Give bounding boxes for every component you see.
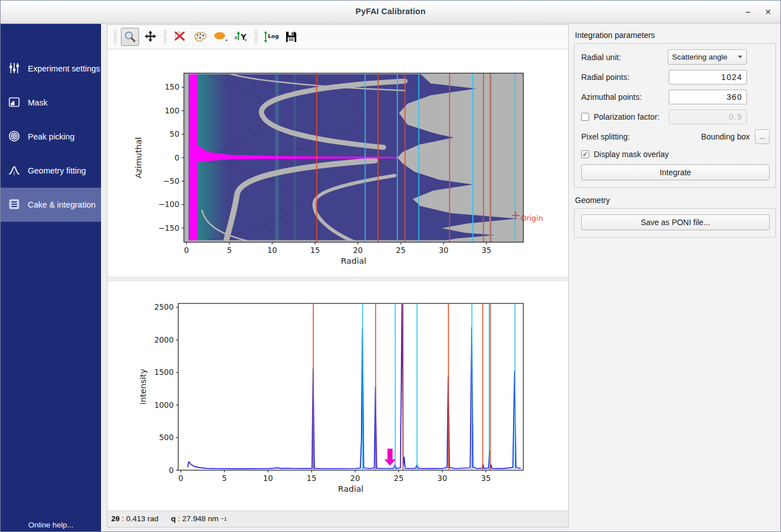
intensity-plot[interactable]: 0510152025303505001000150020002500Radial… bbox=[107, 281, 569, 508]
minimize-button[interactable]: – bbox=[741, 5, 755, 19]
floppy-save-icon bbox=[284, 30, 298, 44]
mask-overlay-checkbox[interactable]: ✓ bbox=[581, 150, 589, 158]
toolbar-drag-handle[interactable] bbox=[114, 29, 117, 44]
colormap-button[interactable] bbox=[191, 28, 209, 46]
online-help-link[interactable]: Online help... bbox=[1, 521, 101, 529]
pan-arrows-icon bbox=[144, 30, 157, 44]
mask-overlay-label: Display mask overlay bbox=[594, 150, 669, 159]
pan-mode-button[interactable] bbox=[141, 28, 159, 46]
y-axis-icon: a Y bbox=[233, 29, 250, 44]
target-icon bbox=[8, 130, 20, 144]
radial-unit-value: Scattering angle 2θ bbox=[668, 53, 728, 61]
mask-tool-button[interactable] bbox=[212, 28, 230, 46]
radial-points-label: Radial points: bbox=[581, 73, 669, 82]
geometry-title: Geometry bbox=[575, 196, 776, 205]
window-title: PyFAI Calibration bbox=[1, 7, 780, 16]
cake-plot-area: Origin05101520253035−150−100−50050100150… bbox=[107, 49, 568, 277]
cake-list-icon bbox=[8, 198, 20, 212]
svg-text:20: 20 bbox=[353, 246, 363, 255]
save-button[interactable] bbox=[282, 28, 300, 46]
azimuthal-points-input[interactable] bbox=[669, 90, 747, 104]
svg-text:0: 0 bbox=[169, 465, 174, 474]
svg-text:10: 10 bbox=[263, 474, 273, 483]
svg-text:35: 35 bbox=[481, 246, 491, 255]
palette-icon bbox=[193, 30, 208, 44]
sliders-icon bbox=[8, 62, 20, 76]
pixel-splitting-value: Bounding box bbox=[701, 132, 750, 141]
toolbar-separator bbox=[254, 29, 258, 44]
integration-parameters-group: Radial unit: Scattering angle 2θ Radial … bbox=[574, 43, 776, 188]
svg-text:5: 5 bbox=[227, 246, 232, 255]
polarization-input bbox=[669, 109, 747, 124]
sidebar-nav: Experiment settingsMaskPeak pickingGeome… bbox=[1, 24, 101, 222]
sidebar: Experiment settingsMaskPeak pickingGeome… bbox=[1, 24, 101, 532]
svg-text:35: 35 bbox=[481, 474, 490, 483]
intensity-plot-area: 0510152025303505001000150020002500Radial… bbox=[107, 281, 568, 510]
sidebar-item-label: Peak picking bbox=[28, 132, 74, 141]
svg-text:15: 15 bbox=[310, 246, 320, 255]
status-q-value: : 27.948 nm bbox=[178, 514, 219, 523]
svg-text:50: 50 bbox=[170, 129, 179, 138]
peak-curve-icon bbox=[8, 164, 20, 178]
cake-plot[interactable]: Origin05101520253035−150−100−50050100150… bbox=[107, 49, 569, 277]
svg-text:−50: −50 bbox=[163, 176, 180, 185]
close-button[interactable]: ✕ bbox=[761, 5, 775, 19]
svg-text:0: 0 bbox=[178, 474, 183, 483]
integrate-button[interactable]: Integrate bbox=[581, 164, 770, 180]
svg-text:1500: 1500 bbox=[154, 368, 174, 377]
svg-text:a: a bbox=[234, 35, 237, 40]
svg-text:−150: −150 bbox=[158, 223, 179, 233]
sidebar-item-geometry-fitting[interactable]: Geometry fitting bbox=[1, 154, 101, 188]
y-axis-orientation-button[interactable]: a Y bbox=[232, 28, 250, 46]
svg-text:2500: 2500 bbox=[154, 302, 174, 311]
sidebar-item-peak-picking[interactable]: Peak picking bbox=[1, 120, 101, 154]
svg-text:20: 20 bbox=[350, 474, 360, 483]
svg-text:0: 0 bbox=[184, 246, 189, 255]
status-q-label: q bbox=[171, 514, 175, 523]
reset-zoom-button[interactable] bbox=[171, 28, 189, 46]
svg-text:Radial: Radial bbox=[338, 484, 364, 493]
svg-text:25: 25 bbox=[396, 246, 405, 255]
sidebar-item-mask[interactable]: Mask bbox=[1, 86, 101, 120]
log-scale-button[interactable]: Log bbox=[262, 28, 280, 46]
sidebar-item-experiment-settings[interactable]: Experiment settings bbox=[1, 52, 101, 86]
zoom-mode-button[interactable] bbox=[121, 28, 139, 46]
azimuthal-points-label: Azimuthal points: bbox=[581, 92, 669, 102]
sidebar-item-label: Mask bbox=[28, 98, 48, 107]
radial-points-input[interactable] bbox=[669, 70, 747, 85]
plot-panel: a Y Log bbox=[107, 24, 569, 527]
geometry-group: Save as PONI file... bbox=[574, 208, 776, 238]
save-poni-button[interactable]: Save as PONI file... bbox=[581, 214, 770, 230]
integration-parameters-title: Integration parameters bbox=[575, 31, 776, 40]
svg-text:30: 30 bbox=[438, 474, 447, 483]
crossed-magnifier-icon bbox=[173, 30, 187, 44]
log-scale-icon: Log bbox=[262, 29, 279, 44]
svg-text:30: 30 bbox=[439, 246, 448, 255]
toolbar-separator bbox=[163, 29, 167, 44]
sidebar-item-label: Experiment settings bbox=[28, 64, 100, 73]
svg-text:500: 500 bbox=[159, 433, 174, 442]
plot-splitter[interactable] bbox=[107, 277, 568, 281]
radial-unit-label: Radial unit: bbox=[581, 53, 667, 62]
svg-text:10: 10 bbox=[267, 246, 277, 255]
svg-text:−100: −100 bbox=[158, 200, 179, 209]
svg-text:2000: 2000 bbox=[154, 335, 174, 344]
title-bar: PyFAI Calibration – ✕ bbox=[1, 1, 780, 24]
svg-text:1000: 1000 bbox=[154, 400, 174, 409]
pixel-splitting-more-button[interactable]: ... bbox=[755, 129, 770, 144]
status-tth-value: : 0.413 rad bbox=[122, 514, 159, 523]
svg-text:5: 5 bbox=[222, 474, 227, 483]
svg-text:100: 100 bbox=[165, 106, 179, 115]
svg-text:150: 150 bbox=[165, 83, 179, 92]
sidebar-item-label: Cake & integration bbox=[28, 200, 95, 209]
integration-panel: Integration parameters Radial unit: Scat… bbox=[569, 24, 780, 531]
polarization-checkbox[interactable]: ✓ bbox=[581, 113, 589, 121]
sidebar-item-cake-integration[interactable]: Cake & integration bbox=[1, 188, 101, 222]
plot-toolbar: a Y Log bbox=[107, 25, 568, 49]
svg-text:Azimuthal: Azimuthal bbox=[134, 137, 143, 179]
radial-unit-select[interactable]: Scattering angle 2θ bbox=[667, 49, 747, 65]
sidebar-item-label: Geometry fitting bbox=[28, 166, 86, 175]
status-tth-label: 2θ bbox=[111, 514, 120, 523]
polarization-label: Polarization factor: bbox=[594, 112, 669, 121]
svg-text:Log: Log bbox=[268, 33, 279, 39]
